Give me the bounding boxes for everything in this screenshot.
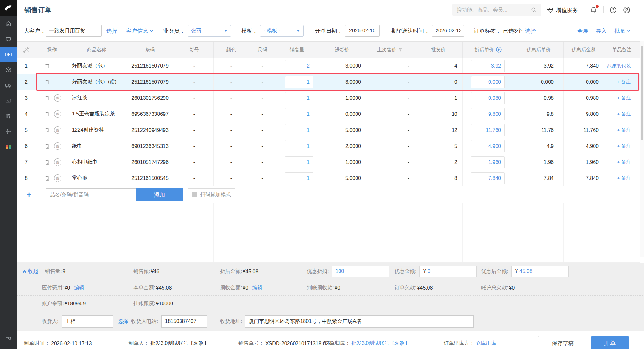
delete-icon[interactable] bbox=[44, 95, 50, 101]
after-coupon-amount-input[interactable]: ¥45.08 bbox=[511, 266, 569, 277]
discount-rate-input[interactable]: 100 bbox=[332, 266, 389, 277]
discounted-price-input[interactable] bbox=[471, 124, 505, 136]
discounted-price-input[interactable] bbox=[471, 92, 505, 104]
barcode: 6901236345313 bbox=[125, 138, 175, 154]
add-item-button[interactable]: 添加 bbox=[136, 188, 183, 201]
receiver-select-link[interactable]: 选择 bbox=[118, 318, 128, 325]
delete-icon[interactable] bbox=[44, 79, 50, 85]
add-remark-link[interactable]: + 备注 bbox=[617, 111, 631, 117]
fullscreen-link[interactable]: 全屏 bbox=[577, 27, 588, 35]
item-remark-text[interactable]: 泡沫纸包装 bbox=[607, 63, 631, 69]
add-remark-link[interactable]: + 备注 bbox=[617, 159, 631, 165]
sidebar-item-delivery[interactable] bbox=[0, 78, 17, 93]
delete-icon[interactable] bbox=[44, 159, 50, 166]
order-tag-select-link[interactable]: 选择 bbox=[525, 27, 536, 35]
sidebar-item-home[interactable] bbox=[0, 16, 17, 31]
gift-icon[interactable]: 赠 bbox=[54, 158, 61, 166]
sidebar-collapse-button[interactable] bbox=[0, 330, 17, 345]
receiver-input[interactable] bbox=[62, 315, 113, 328]
qty-input[interactable] bbox=[285, 156, 313, 168]
expected-delivery-input[interactable] bbox=[432, 25, 464, 37]
notifications-button[interactable] bbox=[590, 6, 597, 14]
order-date-label: 开单日期： bbox=[315, 27, 342, 35]
delete-icon[interactable] bbox=[44, 143, 50, 149]
scrollbar-thumb[interactable] bbox=[641, 46, 643, 140]
sidebar-item-ledger[interactable] bbox=[0, 108, 17, 124]
discounted-price-input[interactable] bbox=[471, 140, 505, 152]
customer-info-link[interactable]: 客户信息 bbox=[126, 27, 154, 35]
qty-input[interactable] bbox=[285, 172, 313, 184]
discounted-price-input[interactable] bbox=[471, 172, 505, 184]
delete-icon[interactable] bbox=[44, 175, 50, 182]
import-link[interactable]: 导入 bbox=[596, 27, 607, 35]
add-remark-link[interactable]: + 备注 bbox=[617, 143, 631, 149]
add-remark-link[interactable]: + 备注 bbox=[617, 79, 631, 85]
order-owner-link[interactable]: 批发3.0测试账号【勿改】 bbox=[351, 340, 410, 347]
creator-value: 批发3.0测试账号【勿改】 bbox=[150, 340, 209, 347]
qty-cell bbox=[276, 58, 318, 74]
search-icon[interactable] bbox=[531, 7, 537, 13]
qty-input[interactable] bbox=[285, 60, 313, 72]
global-search-input[interactable] bbox=[456, 7, 528, 13]
template-select[interactable]: - 模板 - bbox=[260, 25, 304, 37]
app-logo[interactable] bbox=[0, 0, 17, 16]
created-time-value: 2026-02-10 17:13 bbox=[51, 340, 92, 346]
delete-icon[interactable] bbox=[44, 63, 50, 69]
customize-columns-icon[interactable] bbox=[22, 46, 30, 54]
sidebar-item-settings[interactable] bbox=[0, 124, 17, 139]
row-number: 7 bbox=[17, 154, 36, 170]
submit-order-button[interactable]: 开单 bbox=[591, 336, 629, 349]
filter-icon[interactable] bbox=[398, 47, 403, 52]
collapse-summary-link[interactable]: 收起 bbox=[22, 268, 38, 275]
discount-info-icon[interactable] bbox=[496, 47, 502, 53]
salesman-select[interactable]: 张丽 bbox=[188, 25, 231, 37]
add-remark-link[interactable]: + 备注 bbox=[617, 175, 631, 181]
sidebar-item-package[interactable] bbox=[0, 62, 17, 78]
discounted-price-input[interactable] bbox=[471, 108, 505, 120]
customer-select-link[interactable]: 选择 bbox=[106, 27, 117, 35]
qty-cell bbox=[276, 154, 318, 170]
top-bar: 销售订单 增值服务 bbox=[17, 0, 644, 20]
qty-input[interactable] bbox=[285, 140, 313, 152]
add-item-plus-icon[interactable]: + bbox=[26, 191, 32, 199]
batch-link[interactable]: 批量 bbox=[614, 27, 631, 35]
gift-icon[interactable]: 赠 bbox=[54, 94, 61, 102]
delete-icon[interactable] bbox=[44, 127, 50, 133]
prepaid-edit-link[interactable]: 编辑 bbox=[252, 285, 262, 291]
save-draft-button[interactable]: 保存草稿 bbox=[538, 336, 587, 349]
sidebar-item-bill[interactable] bbox=[0, 93, 17, 108]
add-remark-link[interactable]: + 备注 bbox=[617, 95, 631, 101]
gift-icon[interactable]: 赠 bbox=[54, 110, 61, 118]
outbound-link[interactable]: 仓库出库 bbox=[476, 340, 496, 347]
account-button[interactable] bbox=[623, 6, 631, 14]
sidebar-item-apps[interactable] bbox=[0, 139, 17, 155]
qty-input[interactable] bbox=[285, 76, 313, 88]
sidebar-item-sales[interactable] bbox=[0, 47, 17, 62]
fee-edit-link[interactable]: 编辑 bbox=[74, 285, 84, 291]
value-added-service-button[interactable]: 增值服务 bbox=[547, 6, 578, 14]
scan-accumulate-toggle[interactable]: 扫码累加模式 bbox=[188, 188, 235, 201]
qty-input[interactable] bbox=[285, 124, 313, 136]
order-date-input[interactable] bbox=[345, 25, 380, 37]
discounted-price-input[interactable] bbox=[471, 156, 505, 168]
gift-icon[interactable]: 赠 bbox=[54, 174, 61, 182]
add-remark-link[interactable]: + 备注 bbox=[617, 127, 631, 133]
coupon-amount-input[interactable]: ¥0 bbox=[419, 266, 477, 277]
size: - bbox=[249, 58, 276, 74]
qty-input[interactable] bbox=[285, 92, 313, 104]
address-input[interactable] bbox=[245, 315, 474, 328]
discounted-price-cell bbox=[463, 74, 514, 90]
col-header-operation: 操作 bbox=[36, 42, 68, 58]
discounted-price-input[interactable] bbox=[471, 60, 505, 72]
qty-input[interactable] bbox=[285, 108, 313, 120]
gift-icon[interactable]: 赠 bbox=[54, 126, 61, 134]
gift-icon[interactable]: 赠 bbox=[54, 142, 61, 150]
sidebar-item-pos[interactable] bbox=[0, 31, 17, 47]
help-button[interactable] bbox=[609, 6, 617, 14]
delete-icon[interactable] bbox=[44, 111, 50, 117]
add-item-input[interactable] bbox=[46, 188, 136, 201]
discounted-price-input[interactable] bbox=[471, 76, 505, 88]
receiver-phone-input[interactable] bbox=[161, 315, 207, 328]
art-no: - bbox=[175, 170, 214, 186]
customer-input[interactable] bbox=[46, 25, 102, 37]
